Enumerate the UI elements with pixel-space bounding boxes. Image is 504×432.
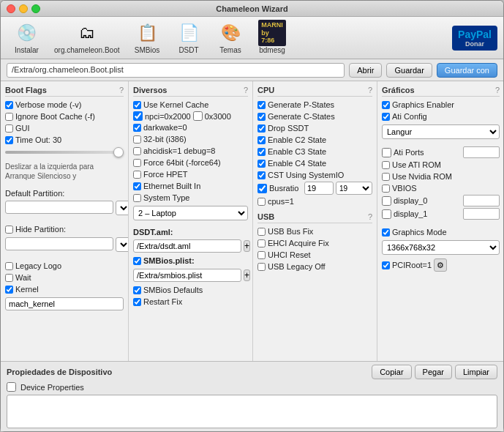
npci-0x3000-checkbox[interactable] [193,111,203,121]
force64-checkbox[interactable] [133,159,141,167]
pegar-button[interactable]: Pegar [415,365,452,379]
enable-c2-checkbox[interactable] [257,136,266,144]
maximize-button[interactable] [31,4,40,13]
toolbar-temas[interactable]: 🎨 Temas [211,18,251,57]
dsdt-add-button[interactable]: + [244,240,250,252]
gen-p-states-checkbox[interactable] [257,101,266,109]
npci-0x2000-checkbox[interactable] [133,111,143,121]
toolbar-smbios[interactable]: 📋 SMBios [127,18,168,57]
ati-config-checkbox[interactable] [382,113,390,121]
wait-checkbox[interactable] [5,274,13,282]
ahcidisk-checkbox[interactable] [133,147,141,155]
ahcidisk-row: ahcidisk=1 debug=8 [133,146,248,156]
cpu-help[interactable]: ? [368,86,372,94]
system-type-dropdown[interactable]: 2 – Laptop [133,206,248,220]
ignore-boot-cache-checkbox[interactable] [5,113,13,121]
darkwake-checkbox[interactable] [133,124,141,132]
toolbar-instalar[interactable]: 💿 Instalar [7,18,47,57]
kernel-input[interactable] [5,297,124,310]
graficos-column: Gráficos ? Graphics Enabler Ati Config L… [377,81,503,361]
boot-flags-help[interactable]: ? [119,86,124,94]
use-kernel-cache-checkbox[interactable] [133,101,141,109]
gui-checkbox[interactable] [5,124,13,133]
hide-partition-dropdown[interactable] [116,237,129,252]
legacy-logo-row: Legacy Logo [5,261,124,271]
toolbar-smbios-label: SMBios [135,46,159,54]
smbios-path-input[interactable] [133,269,241,282]
vbios-checkbox[interactable] [382,185,390,193]
restart-fix-checkbox[interactable] [133,298,141,306]
dsdt-path-input[interactable] [133,239,241,253]
cst-sysio-checkbox[interactable] [257,171,266,179]
vbios-row: VBIOS [382,183,500,193]
system-type-checkbox[interactable] [133,194,141,202]
graficos-help[interactable]: ? [495,86,500,94]
smbios-defaults-checkbox[interactable] [133,286,141,294]
toolbar-boot[interactable]: 🗂 org.chameleon.Boot [48,18,126,57]
guardar-button[interactable]: Guardar [386,63,432,78]
ethernet-built-checkbox[interactable] [133,182,141,190]
smbios-plist-checkbox[interactable] [133,257,141,265]
display0-color[interactable] [463,195,500,206]
display1-color[interactable] [463,208,500,220]
busratio-input[interactable] [304,182,334,195]
pciroot-checkbox[interactable] [382,261,390,269]
diversos-help[interactable]: ? [244,86,248,94]
abrir-button[interactable]: Abrir [349,63,382,78]
copiar-button[interactable]: Copiar [372,365,411,379]
toolbar-dsdt[interactable]: 📄 DSDT [169,18,209,57]
minimize-button[interactable] [19,4,28,13]
ati-ports-color[interactable] [463,146,500,158]
ehci-acquire-checkbox[interactable] [257,239,266,247]
gen-c-states-checkbox[interactable] [257,113,266,121]
limpiar-button[interactable]: Limpiar [455,365,497,379]
ati-config-dropdown[interactable]: Langur [382,124,500,139]
busratio-checkbox[interactable] [257,184,267,193]
guardar-con-button[interactable]: Guardar con [437,63,497,78]
timeout-checkbox[interactable] [5,136,13,144]
default-partition-dropdown[interactable] [116,201,129,215]
use-kernel-cache-row: Use Kernel Cache [133,100,248,110]
usb-help[interactable]: ? [368,212,372,221]
verbose-mode-checkbox[interactable] [5,101,13,109]
ati-ports-checkbox[interactable] [382,148,391,157]
graphics-enabler-checkbox[interactable] [382,101,390,109]
graphics-mode-checkbox[interactable] [382,228,390,237]
enable-c4-checkbox[interactable] [257,160,266,168]
usb-bus-fix-checkbox[interactable] [257,228,266,236]
use-nvidia-rom-checkbox[interactable] [382,173,390,181]
usb-legacy-off-checkbox[interactable] [257,263,266,271]
dsdt-icon: 📄 [177,21,200,45]
graphics-mode-dropdown[interactable]: 1366x768x32 [382,240,500,255]
default-partition-input[interactable] [5,201,113,214]
legacy-logo-checkbox[interactable] [5,262,13,270]
32bit-checkbox[interactable] [133,135,141,144]
kernel-checkbox[interactable] [5,286,13,294]
uhci-reset-row: UHCI Reset [257,250,372,260]
busratio-dropdown[interactable]: 19 [336,182,372,195]
usb-title: USB [257,212,274,221]
device-properties-checkbox[interactable] [7,382,16,392]
uhci-reset-checkbox[interactable] [257,251,266,259]
force-hpet-checkbox[interactable] [133,171,141,179]
donar-button[interactable]: PayPal Donar [452,26,497,51]
device-props-title: Propiedades de Dispositivo [7,368,112,376]
hide-partition-input[interactable] [5,237,113,250]
enable-c3-checkbox[interactable] [257,148,266,156]
verbose-mode-label: Verbose mode (-v) [15,100,81,109]
device-properties-textarea[interactable] [7,395,497,428]
cpus-checkbox[interactable] [257,198,266,206]
use-ati-rom-checkbox[interactable] [382,161,390,169]
close-button[interactable] [7,4,15,13]
slider-thumb[interactable] [113,147,124,157]
hide-partition-checkbox[interactable] [5,226,13,234]
drop-ssdt-checkbox[interactable] [257,124,266,133]
dsdt-file-row: + [133,238,248,254]
toolbar-bdmesg[interactable]: MARNIby 7:86 bdmesg [252,18,293,57]
display1-checkbox[interactable] [382,209,391,219]
smbios-add-button[interactable]: + [244,269,250,281]
donar-label: Donar [465,40,484,48]
pciroot-gear-button[interactable]: ⚙ [434,258,447,272]
display0-checkbox[interactable] [382,196,391,206]
dsdt-section-label: DSDT.aml: [133,228,248,237]
